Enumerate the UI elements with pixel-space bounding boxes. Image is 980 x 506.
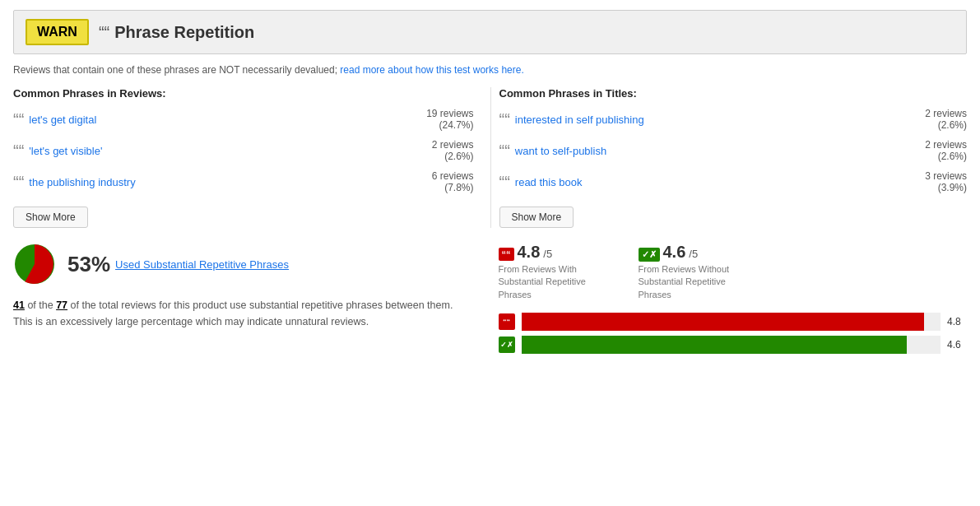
bar-track-red [522,313,941,331]
bar-green-icon: ✓✗ [499,337,515,353]
reviews-column: Common Phrases in Reviews: ““ let's get … [13,87,490,228]
bar-row-green: ✓✗ 4.6 [499,336,968,354]
titles-show-more-button[interactable]: Show More [499,207,574,228]
bar-fill-red [522,313,924,331]
title-quote-icon-0: ““ [499,111,510,128]
title-phrase-count-0: 2 reviews (2.6%) [925,108,967,131]
summary-text: 41 of the 77 of the total reviews for th… [13,297,474,330]
title-phrase-link-1[interactable]: want to self-publish [515,145,606,157]
count-41: 41 [13,299,25,311]
pie-area: 53% Used Substantial Repetitive Phrases [13,243,474,285]
pie-percent: 53% [67,252,110,277]
bar-chart-area: ““ 4.8 ✓✗ 4.6 [499,313,968,354]
phrase-count-2: 6 reviews (7.8%) [432,170,474,193]
title-quote-icon-1: ““ [499,142,510,159]
title-phrase-row-0: ““ interested in self publishing 2 revie… [499,108,968,131]
quote-header-icon: ““ [99,23,109,42]
green-rating-icon: ✓✗ [639,248,660,262]
reviews-section-title: Common Phrases in Reviews: [13,87,474,100]
bar-value-red: 4.8 [947,316,967,327]
red-rating-icon: ““ [499,248,514,261]
bar-fill-green [522,336,908,354]
bottom-section: 53% Used Substantial Repetitive Phrases … [13,243,967,359]
page-title: Phrase Repetition [114,23,254,42]
phrase-count-0: 19 reviews (24.7%) [426,108,473,131]
title-quote-icon-2: ““ [499,174,510,190]
pie-stat-row: 53% Used Substantial Repetitive Phrases [67,252,289,277]
red-rating-desc: From Reviews With Substantial Repetitive… [499,263,614,301]
phrase-link-2[interactable]: the publishing industry [29,176,135,188]
red-rating-denom: /5 [543,248,552,260]
quote-icon-0: ““ [13,111,24,128]
title-phrase-count-2: 3 reviews (3.9%) [925,170,967,193]
phrase-row-0: ““ let's get digital 19 reviews (24.7%) [13,108,474,131]
green-rating-denom: /5 [689,248,698,260]
title-phrase-link-2[interactable]: read this book [515,176,583,188]
reviews-show-more-button[interactable]: Show More [13,207,88,228]
page-wrapper: WARN ““ Phrase Repetition Reviews that c… [0,0,980,369]
quote-icon-1: ““ [13,142,24,159]
phrases-section: Common Phrases in Reviews: ““ let's get … [13,87,967,228]
title-phrase-row-2: ““ read this book 3 reviews (3.9%) [499,170,968,193]
warn-badge: WARN [26,19,89,45]
titles-column: Common Phrases in Titles: ““ interested … [490,87,968,228]
green-rating-value: 4.6 [663,243,686,262]
title-phrase-row-1: ““ want to self-publish 2 reviews (2.6%) [499,139,968,162]
bar-track-green [522,336,941,354]
red-rating-box: ““ 4.8 /5 From Reviews With Substantial … [499,243,614,301]
rating-row: ““ 4.8 /5 From Reviews With Substantial … [499,243,968,301]
bar-row-red: ““ 4.8 [499,313,968,331]
phrase-count-1: 2 reviews (2.6%) [432,139,474,162]
pie-chart [13,243,56,285]
green-rating-box: ✓✗ 4.6 /5 From Reviews Without Substanti… [639,243,754,301]
red-rating-value: 4.8 [518,243,541,262]
phrase-row-1: ““ 'let's get visible' 2 reviews (2.6%) [13,139,474,162]
titles-section-title: Common Phrases in Titles: [499,87,968,100]
phrase-link-0[interactable]: let's get digital [29,114,96,126]
pie-label[interactable]: Used Substantial Repetitive Phrases [115,258,289,271]
title-phrase-count-1: 2 reviews (2.6%) [925,139,967,162]
subtitle-text: Reviews that contain one of these phrase… [13,64,340,76]
quote-icon-2: ““ [13,174,24,190]
phrase-row-2: ““ the publishing industry 6 reviews (7.… [13,170,474,193]
bottom-left: 53% Used Substantial Repetitive Phrases … [13,243,490,359]
count-77: 77 [56,299,67,311]
bar-value-green: 4.6 [947,339,967,350]
subtitle: Reviews that contain one of these phrase… [13,64,967,76]
phrase-link-1[interactable]: 'let's get visible' [29,145,102,157]
header-bar: WARN ““ Phrase Repetition [13,10,967,54]
green-rating-desc: From Reviews Without Substantial Repetit… [639,263,754,301]
subtitle-link[interactable]: read more about how this test works here… [340,64,523,76]
title-phrase-link-0[interactable]: interested in self publishing [515,114,644,126]
bar-red-icon: ““ [499,313,515,330]
bottom-right: ““ 4.8 /5 From Reviews With Substantial … [490,243,968,359]
